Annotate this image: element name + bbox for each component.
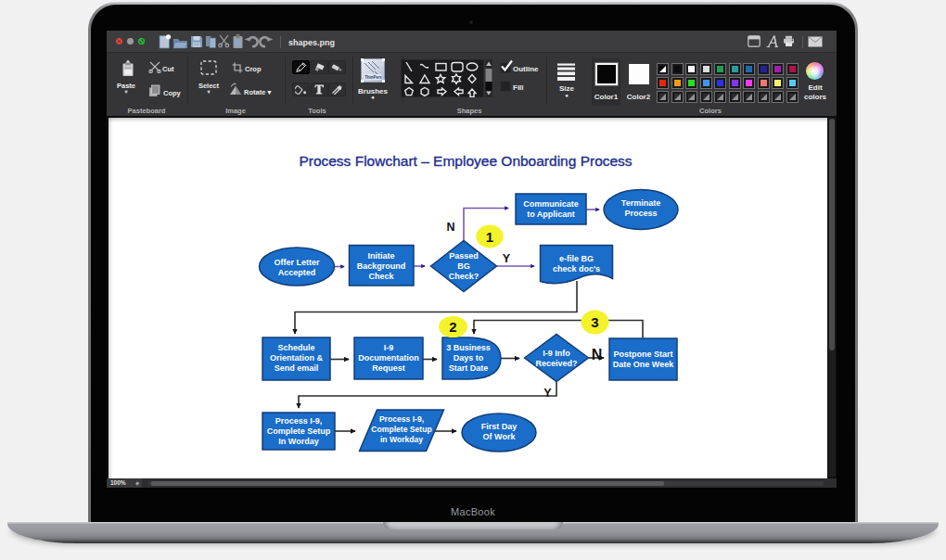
svg-text:ThinPen: ThinPen: [364, 75, 381, 80]
svg-text:Documentation: Documentation: [358, 353, 419, 363]
svg-text:Y: Y: [543, 387, 552, 400]
svg-text:2: 2: [449, 319, 456, 335]
svg-text:check doc's: check doc's: [553, 264, 600, 274]
svg-text:3: 3: [591, 314, 598, 330]
svg-text:Check?: Check?: [449, 272, 479, 281]
svg-text:Terminate: Terminate: [621, 198, 660, 208]
svg-text:Orientation &: Orientation &: [270, 353, 324, 363]
svg-text:3 Business: 3 Business: [446, 343, 491, 352]
svg-text:Check: Check: [368, 272, 394, 281]
svg-text:Date One Week: Date One Week: [613, 360, 674, 369]
svg-text:Start Date: Start Date: [449, 363, 489, 373]
svg-text:Complete Setup: Complete Setup: [371, 425, 431, 434]
svg-text:Process I-9,: Process I-9,: [275, 416, 323, 426]
svg-text:Schedule: Schedule: [277, 343, 314, 352]
svg-text:BG: BG: [457, 261, 470, 271]
svg-text:Accepted: Accepted: [278, 268, 316, 277]
svg-text:Communicate: Communicate: [523, 199, 579, 209]
svg-text:Process I-9,: Process I-9,: [379, 414, 424, 424]
svg-text:Offer Letter: Offer Letter: [274, 258, 320, 267]
svg-text:Y: Y: [503, 252, 511, 265]
svg-text:Complete Setup: Complete Setup: [267, 426, 331, 436]
svg-text:Request: Request: [372, 363, 405, 373]
svg-text:to Applicant: to Applicant: [527, 210, 575, 219]
svg-text:Of Work: Of Work: [483, 432, 517, 441]
svg-text:1: 1: [486, 229, 493, 245]
svg-text:Received?: Received?: [535, 359, 577, 368]
svg-text:Process Flowchart – Employee O: Process Flowchart – Employee Onboarding …: [299, 153, 632, 169]
svg-text:Background: Background: [357, 261, 406, 271]
svg-text:Process: Process: [624, 209, 657, 218]
svg-text:e-file BG: e-file BG: [559, 254, 594, 263]
svg-text:Days to: Days to: [454, 353, 484, 363]
svg-text:in Workday: in Workday: [380, 435, 423, 444]
svg-text:Send email: Send email: [275, 363, 319, 373]
svg-text:N: N: [446, 221, 454, 234]
svg-text:In Worday: In Worday: [278, 437, 318, 446]
svg-text:I-9 Info: I-9 Info: [543, 349, 570, 358]
svg-text:I-9: I-9: [384, 343, 394, 352]
svg-text:Passed: Passed: [449, 251, 479, 261]
svg-text:Initiate: Initiate: [367, 251, 394, 261]
svg-text:N: N: [592, 347, 603, 363]
svg-text:Postpone Start: Postpone Start: [613, 350, 672, 359]
svg-text:First Day: First Day: [481, 422, 518, 431]
